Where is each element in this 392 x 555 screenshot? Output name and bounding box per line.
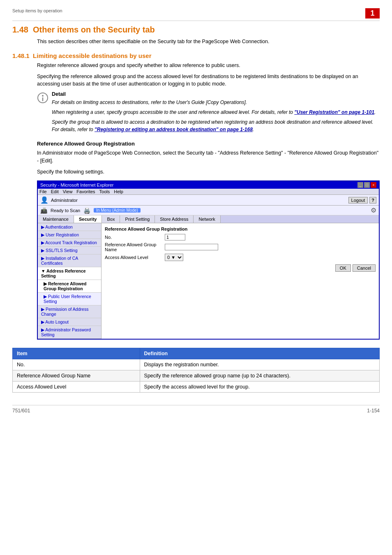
browser-content: Reference Allowed Group Registration No.… (101, 223, 379, 339)
tab-maintenance[interactable]: Maintenance (38, 215, 74, 223)
menu-file[interactable]: File (39, 189, 47, 194)
sidebar-permission-address[interactable]: ▶ Permission of Address Change (38, 305, 101, 318)
user-reg-link[interactable]: "User Registration" on page 1-101 (294, 109, 374, 115)
no-input[interactable] (165, 234, 185, 240)
form-row-name: Reference Allowed Group Name (105, 242, 376, 252)
form-row-level: Access Allowed Level 0 ▼ 1 2 (105, 254, 376, 261)
detail-box: Detail For details on limiting access to… (37, 91, 380, 136)
tab-store-address[interactable]: Store Address (155, 215, 194, 223)
page-header: Setup items by operation 1 (12, 8, 380, 21)
sidebar-ca-certificates[interactable]: ▶ Installation of CA Certificates (38, 254, 101, 267)
browser-title: Security - Microsoft Internet Explorer (40, 183, 114, 187)
admin-label: Administrator (51, 198, 78, 203)
sidebar-user-registration[interactable]: ▶ User Registration (38, 231, 101, 239)
tab-security[interactable]: Security (74, 215, 102, 223)
browser-menubar: File Edit View Favorites Tools Help (38, 189, 379, 195)
browser-main: ▶ Authentication ▶ User Registration ▶ A… (38, 223, 379, 339)
browser-window: Security - Microsoft Internet Explorer _… (37, 180, 380, 340)
cell-definition: Specify the reference allowed group name… (140, 370, 379, 382)
close-button[interactable]: × (371, 182, 376, 188)
tab-network[interactable]: Network (194, 215, 220, 223)
tab-box[interactable]: Box (102, 215, 120, 223)
cell-item: Reference Allowed Group Name (13, 370, 140, 382)
cancel-button[interactable]: Cancel (353, 264, 376, 272)
col-definition: Definition (140, 348, 379, 359)
sidebar-authentication[interactable]: ▶ Authentication (38, 223, 101, 231)
section-148-heading: Other items on the Security tab (33, 25, 155, 34)
ok-button[interactable]: OK (335, 264, 351, 272)
cell-item: Access Allowed Level (13, 382, 140, 393)
scan-icon: 📠 (40, 207, 47, 214)
level-label: Access Allowed Level (105, 255, 162, 260)
browser-status-area: 📠 Ready to Scan 🖨️ In Menu (Admin Mode) … (38, 206, 379, 215)
sidebar-ssl-tls[interactable]: ▶ SSL/TLS Setting (38, 247, 101, 254)
maximize-button[interactable]: □ (364, 182, 370, 188)
logout-button[interactable]: Logout (348, 197, 368, 204)
svg-point-1 (42, 95, 44, 97)
browser-titlebar: Security - Microsoft Internet Explorer _… (38, 181, 379, 189)
footer-right: 1-154 (367, 408, 380, 414)
detail-icon (37, 92, 48, 106)
ref-group-heading: Reference Allowed Group Registration (37, 141, 380, 147)
section-148-intro: This section describes other items speci… (37, 38, 380, 46)
definitions-table: Item Definition No.Displays the registra… (12, 348, 380, 393)
name-label: Reference Allowed Group Name (105, 242, 162, 252)
sidebar-account-track[interactable]: ▶ Account Track Registration (38, 239, 101, 247)
cell-definition: Displays the registration number. (140, 359, 379, 370)
admin-mode-badge: In Menu (Admin Mode) (94, 208, 141, 213)
status-ready: Ready to Scan (51, 208, 80, 213)
col-item: Item (13, 348, 140, 359)
cell-item: No. (13, 359, 140, 370)
sidebar-admin-password[interactable]: ▶ Administrator Password Setting (38, 326, 101, 339)
minimize-button[interactable]: _ (357, 182, 363, 188)
detail-line2: When registering a user, specify groups … (52, 109, 380, 116)
table-row: No.Displays the registration number. (13, 359, 380, 370)
detail-title: Detail (52, 91, 380, 97)
menu-status-icon: 🖨️ (83, 207, 90, 214)
section-1481-para1: Register reference allowed groups and sp… (37, 62, 380, 69)
browser-toolbar: 👤 Administrator Logout ? (38, 195, 379, 206)
section-1481-number: 1.48.1 (12, 52, 30, 59)
detail-content: Detail For details on limiting access to… (52, 91, 380, 136)
detail-line3: Specify the group that is allowed to acc… (52, 118, 380, 133)
tab-print-setting[interactable]: Print Setting (120, 215, 155, 223)
ref-group-specify: Specify the following settings. (37, 168, 380, 176)
browser-titlebar-buttons: _ □ × (357, 182, 376, 188)
section-1481-para2: Specifying the reference allowed group a… (37, 73, 380, 88)
sidebar-ref-allowed-group[interactable]: ▶ Reference Allowed Group Registration (38, 280, 101, 293)
ref-group-para: In Administrator mode of PageScope Web C… (37, 149, 380, 165)
user-area: 👤 Administrator (40, 196, 78, 204)
menu-tools[interactable]: Tools (99, 189, 110, 194)
settings-icon: ⚙ (371, 206, 376, 214)
table-row: Reference Allowed Group NameSpecify the … (13, 370, 380, 382)
menu-edit[interactable]: Edit (51, 189, 59, 194)
toolbar-buttons: Logout ? (348, 197, 376, 204)
section-1481-title: 1.48.1 Limiting accessible destinations … (12, 52, 380, 59)
content-title: Reference Allowed Group Registration (105, 227, 376, 231)
menu-view[interactable]: View (63, 189, 73, 194)
footer-left: 751/601 (12, 408, 30, 414)
detail-line1: For details on limiting access to destin… (52, 99, 380, 106)
sidebar-public-user-ref[interactable]: ▶ Public User Reference Setting (38, 293, 101, 305)
address-book-link[interactable]: "Registering or editing an address book … (95, 127, 253, 132)
section-148-title: 1.48 Other items on the Security tab (12, 25, 380, 35)
help-button[interactable]: ? (369, 197, 376, 204)
menu-help[interactable]: Help (114, 189, 123, 194)
table-row: Access Allowed LevelSpecify the access a… (13, 382, 380, 393)
sidebar-address-reference[interactable]: ▼ Address Reference Setting (38, 267, 101, 280)
browser-nav-tabs: Maintenance Security Box Print Setting S… (38, 215, 379, 223)
name-input[interactable] (165, 244, 218, 250)
admin-icon: 👤 (40, 196, 48, 204)
level-select[interactable]: 0 ▼ 1 2 (165, 254, 183, 261)
page-footer: 751/601 1-154 (12, 405, 380, 414)
section-1481-heading: Limiting accessible destinations by user (33, 52, 151, 59)
cell-definition: Specify the access allowed level for the… (140, 382, 379, 393)
section-148-number: 1.48 (12, 25, 28, 34)
ok-cancel-area: OK Cancel (105, 264, 376, 272)
menu-favorites[interactable]: Favorites (76, 189, 95, 194)
browser-sidebar: ▶ Authentication ▶ User Registration ▶ A… (38, 223, 101, 339)
form-row-no: No. (105, 234, 376, 240)
breadcrumb: Setup items by operation (12, 8, 62, 13)
no-label: No. (105, 235, 162, 240)
sidebar-auto-logout[interactable]: ▶ Auto Logout (38, 318, 101, 326)
